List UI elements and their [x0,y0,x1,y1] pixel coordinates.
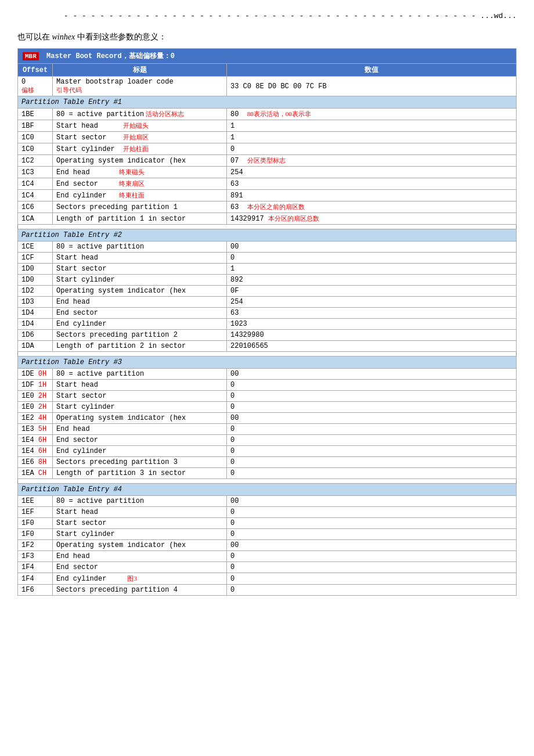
table-row: 1C4 End cylinder 终束柱面 891 [18,190,517,201]
table-row: 1EE 80 = active partition 00 [18,496,517,507]
table-row: 1DA Length of partition 2 in sector 2201… [18,341,517,352]
section-header-4: Partition Table Entry #4 [18,484,517,496]
table-row: 1C2 Operating system indicator (hex 07 分… [18,155,517,167]
table-row: 1D4 End sector 63 [18,308,517,319]
table-row: 1C0 Start sector 开始扇区 1 [18,132,517,143]
table-row: 0偏移 Master bootstrap loader code 引导代码 33… [18,77,517,96]
table-row: 1D4 End cylinder 1023 [18,319,517,330]
table-row: 1CF Start head 0 [18,253,517,264]
table-row: 1F4 End cylinder 图3 0 [18,573,517,585]
spacer-row [18,479,517,484]
table-row: 1EA CH Length of partition 3 in sector 0 [18,468,517,479]
table-row: 1CA Length of partition 1 in sector 1432… [18,213,517,225]
table-row: 1DE 0H 80 = active partition 00 [18,369,517,380]
table-row: 1F0 Start sector 0 [18,518,517,529]
table-row: 1C3 End head 终束磁头 254 [18,167,517,178]
table-row: 1C6 Sectors preceding partition 1 63 本分区… [18,201,517,213]
table-row: 1F6 Sectors preceding partition 4 0 [18,585,517,596]
table-row: 1D0 Start sector 1 [18,264,517,275]
table-row: 1F3 End head 0 [18,551,517,562]
table-row: 1DF 1H Start head 0 [18,380,517,391]
table-row: 1C4 End sector 终束扇区 63 [18,178,517,190]
table-row: 1E0 2H Start sector 0 [18,391,517,402]
table-row: 1EF Start head 0 [18,507,517,518]
col-label-header: 标题 [53,64,227,77]
table-row: 1CE 80 = active partition 00 [18,242,517,253]
table-row: 1D2 Operating system indicator (hex 0F [18,286,517,297]
spacer-row [18,352,517,357]
col-offset-header: Offset [18,64,53,77]
table-column-headers: Offset 标题 数值 [18,64,517,77]
mbr-table: MBR Master Boot Record，基础偏移量：0 Offset 标题… [17,48,517,596]
table-row: 1F2 Operating system indicator (hex 00 [18,540,517,551]
table-row: 1F0 Start cylinder 0 [18,529,517,540]
table-row: 1E3 5H End head 0 [18,424,517,435]
intro-text: 也可以在 winhex 中看到这些参数的意义： [17,32,517,42]
spacer-row [18,225,517,229]
table-row: 1F4 End sector 0 [18,562,517,573]
table-row: 1E6 8H Sectors preceding partition 3 0 [18,457,517,468]
table-title-row: MBR Master Boot Record，基础偏移量：0 [18,49,517,64]
table-row: 1D6 Sectors preceding partition 2 143299… [18,330,517,341]
table-row: 1BF Start head 开始磁头 1 [18,120,517,132]
table-row: 1D0 Start cylinder 892 [18,275,517,286]
section-header-3: Partition Table Entry #3 [18,357,517,369]
table-row: 1E4 6H End sector 0 [18,435,517,446]
table-row: 1E2 4H Operating system indicator (hex 0… [18,413,517,424]
section-header-1: Partition Table Entry #1 [18,96,517,109]
table-row: 1E0 2H Start cylinder 0 [18,402,517,413]
top-dashes: - - - - - - - - - - - - - - - - - - - - … [17,12,517,20]
section-header-2: Partition Table Entry #2 [18,229,517,242]
col-value-header: 数值 [227,64,517,77]
table-row: 1BE 80 = active partition 活动分区标志 80 80表示… [18,109,517,120]
table-row: 1C0 Start cylinder 开始柱面 0 [18,143,517,155]
table-title: Master Boot Record，基础偏移量：0 [46,52,175,60]
table-row: 1E4 6H End cylinder 0 [18,446,517,457]
table-row: 1D3 End head 254 [18,297,517,308]
